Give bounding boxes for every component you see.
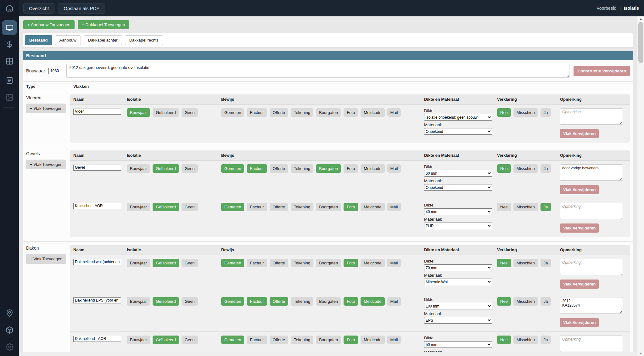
tab-dakkapel-rechts[interactable]: Dakkapel rechts xyxy=(125,35,163,45)
vlak-naam-input[interactable] xyxy=(73,336,121,342)
foto-toggle[interactable]: Foto xyxy=(344,259,358,267)
sidebar-item-cube[interactable] xyxy=(0,322,19,339)
opmerking-textarea[interactable]: 2012 KA123574 xyxy=(560,297,623,314)
misschien-toggle[interactable]: Misschien xyxy=(513,336,538,344)
scrollbar-thumb[interactable] xyxy=(638,22,643,63)
meldcode-toggle[interactable]: Meldcode xyxy=(361,336,384,344)
geen-toggle[interactable]: Geen xyxy=(182,297,198,306)
vlak-verwijderen-button[interactable]: Vlak Verwijderen xyxy=(560,280,599,289)
dikte-select[interactable]: 60 mm xyxy=(424,170,492,177)
misschien-toggle[interactable]: Misschien xyxy=(513,203,538,211)
materiaal-select[interactable]: PUR xyxy=(424,223,492,229)
bouwjaar-toggle[interactable]: Bouwjaar xyxy=(127,259,150,267)
boorgaten-toggle[interactable]: Boorgaten xyxy=(316,297,341,306)
mail-toggle[interactable]: Mail xyxy=(387,164,401,173)
overzicht-button[interactable]: Overzicht xyxy=(23,3,54,14)
ja-toggle[interactable]: Ja xyxy=(540,108,551,117)
mail-toggle[interactable]: Mail xyxy=(387,336,401,344)
sidebar-item-gear[interactable] xyxy=(0,339,19,356)
vlak-verwijderen-button[interactable]: Vlak Verwijderen xyxy=(560,318,599,327)
vlak-naam-input[interactable] xyxy=(73,165,121,171)
gemeten-toggle[interactable]: Gemeten xyxy=(221,164,244,173)
geisoleerd-toggle[interactable]: Geïsoleerd xyxy=(153,336,179,344)
misschien-toggle[interactable]: Misschien xyxy=(513,297,538,306)
geisoleerd-toggle[interactable]: Geïsoleerd xyxy=(153,164,179,173)
offerte-toggle[interactable]: Offerte xyxy=(270,336,288,344)
vlak-verwijderen-button[interactable]: Vlak Verwijderen xyxy=(560,223,599,233)
tekening-toggle[interactable]: Tekening xyxy=(291,164,313,173)
offerte-toggle[interactable]: Offerte xyxy=(270,297,288,306)
geisoleerd-toggle[interactable]: Geïsoleerd xyxy=(153,108,179,117)
dakkapel-toevoegen-button[interactable]: + Dakkapel Toevoegen xyxy=(78,20,129,29)
foto-toggle[interactable]: Foto xyxy=(344,203,358,211)
ja-toggle[interactable]: Ja xyxy=(540,336,551,344)
tekening-toggle[interactable]: Tekening xyxy=(291,203,313,211)
opslaan-als-pdf-button[interactable]: Opslaan als PDF xyxy=(58,3,105,14)
opmerking-textarea[interactable]: door vorige bewoners xyxy=(560,164,623,181)
factuur-toggle[interactable]: Factuur xyxy=(247,108,267,117)
misschien-toggle[interactable]: Misschien xyxy=(513,259,538,267)
tab-dakkapel-achter[interactable]: Dakkapel achter xyxy=(84,35,122,45)
gemeten-toggle[interactable]: Gemeten xyxy=(221,108,244,117)
dikte-select[interactable]: 70 mm xyxy=(424,264,492,271)
opmerking-textarea[interactable] xyxy=(560,203,623,219)
tab-aanbouw[interactable]: Aanbouw xyxy=(55,35,81,45)
scroll-up-arrow[interactable]: ▲ xyxy=(637,16,644,21)
gemeten-toggle[interactable]: Gemeten xyxy=(221,336,244,344)
offerte-toggle[interactable]: Offerte xyxy=(270,164,288,173)
factuur-toggle[interactable]: Factuur xyxy=(247,336,267,344)
gemeten-toggle[interactable]: Gemeten xyxy=(221,203,244,211)
dikte-select[interactable]: 100 mm xyxy=(424,303,492,309)
sidebar-item-monitor[interactable] xyxy=(0,19,19,36)
constructie-verwijderen-button[interactable]: Constructie Verwijderen xyxy=(574,66,630,76)
opmerking-textarea[interactable] xyxy=(560,108,623,125)
vertical-scrollbar[interactable]: ▲ ▼ xyxy=(637,16,644,356)
sidebar-item-image[interactable] xyxy=(0,89,19,106)
nee-toggle[interactable]: Nee xyxy=(497,203,511,211)
vlak-toevoegen-button[interactable]: + Vlak Toevoegen xyxy=(26,104,66,113)
ja-toggle[interactable]: Ja xyxy=(540,297,551,306)
mail-toggle[interactable]: Mail xyxy=(387,259,401,267)
sidebar-item-map-pin[interactable] xyxy=(0,305,19,322)
tab-bestaand[interactable]: Bestaand xyxy=(25,35,52,45)
nee-toggle[interactable]: Nee xyxy=(497,108,511,117)
aanbouw-toevoegen-button[interactable]: + Aanbouw Toevoegen xyxy=(23,20,75,29)
geen-toggle[interactable]: Geen xyxy=(182,336,198,344)
geisoleerd-toggle[interactable]: Geïsoleerd xyxy=(153,203,179,211)
factuur-toggle[interactable]: Factuur xyxy=(247,164,267,173)
foto-toggle[interactable]: Foto xyxy=(344,164,358,173)
materiaal-select[interactable]: EPS xyxy=(424,317,492,324)
geen-toggle[interactable]: Geen xyxy=(182,203,198,211)
bouwjaar-toggle[interactable]: Bouwjaar xyxy=(127,297,150,306)
vlak-naam-input[interactable] xyxy=(73,297,121,303)
vlak-toevoegen-button[interactable]: + Vlak Toevoegen xyxy=(26,254,66,264)
bouwjaar-toggle[interactable]: Bouwjaar xyxy=(127,336,150,344)
factuur-toggle[interactable]: Factuur xyxy=(247,203,267,211)
sidebar-item-document[interactable] xyxy=(0,72,19,89)
bouwjaar-toggle[interactable]: Bouwjaar xyxy=(127,108,150,117)
foto-toggle[interactable]: Foto xyxy=(344,108,358,117)
opmerking-textarea[interactable] xyxy=(560,336,623,352)
construction-note-textarea[interactable]: 2012 dak gerenoveerd, geen info over iso… xyxy=(66,64,569,78)
meldcode-toggle[interactable]: Meldcode xyxy=(361,108,384,117)
dikte-select[interactable]: isolatie onbekend; geen spouw xyxy=(424,114,492,121)
meldcode-toggle[interactable]: Meldcode xyxy=(361,203,384,211)
meldcode-toggle[interactable]: Meldcode xyxy=(361,164,384,173)
meldcode-toggle[interactable]: Meldcode xyxy=(361,259,384,267)
factuur-toggle[interactable]: Factuur xyxy=(247,297,267,306)
misschien-toggle[interactable]: Misschien xyxy=(513,108,538,117)
geisoleerd-toggle[interactable]: Geïsoleerd xyxy=(153,297,179,306)
scroll-down-arrow[interactable]: ▼ xyxy=(637,351,644,356)
geisoleerd-toggle[interactable]: Geïsoleerd xyxy=(153,259,179,267)
geen-toggle[interactable]: Geen xyxy=(182,108,198,117)
vlak-naam-input[interactable] xyxy=(73,259,121,265)
offerte-toggle[interactable]: Offerte xyxy=(270,259,288,267)
factuur-toggle[interactable]: Factuur xyxy=(247,259,267,267)
offerte-toggle[interactable]: Offerte xyxy=(270,108,288,117)
foto-toggle[interactable]: Foto xyxy=(344,297,358,306)
opmerking-textarea[interactable] xyxy=(560,259,623,275)
boorgaten-toggle[interactable]: Boorgaten xyxy=(316,108,341,117)
ja-toggle[interactable]: Ja xyxy=(540,164,551,173)
nee-toggle[interactable]: Nee xyxy=(497,297,511,306)
meldcode-toggle[interactable]: Meldcode xyxy=(361,297,384,306)
